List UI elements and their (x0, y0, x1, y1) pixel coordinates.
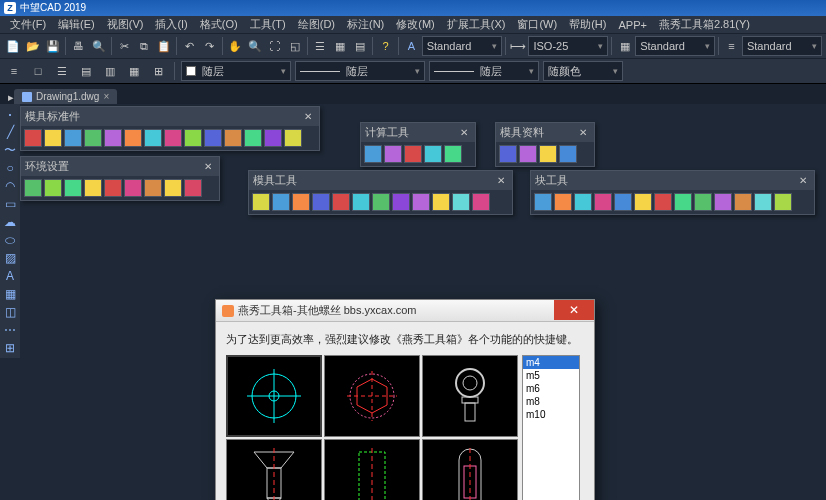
table-tool-icon[interactable]: ▦ (2, 286, 18, 302)
screw-type-4[interactable] (226, 439, 322, 500)
tool-icon[interactable] (44, 179, 62, 197)
toolbar-icon[interactable]: ▦ (124, 61, 144, 81)
tool-icon[interactable] (244, 129, 262, 147)
zoom-icon[interactable]: 🔍 (246, 36, 265, 56)
tool-icon[interactable] (124, 179, 142, 197)
line-tool-icon[interactable]: ╱ (2, 124, 18, 140)
tool-icon[interactable] (372, 193, 390, 211)
dim-style-dropdown[interactable]: ISO-25 (528, 36, 608, 56)
tool-icon[interactable] (312, 193, 330, 211)
size-option[interactable]: m5 (523, 369, 579, 382)
grid-tool-icon[interactable]: ⊞ (2, 340, 18, 356)
tool-icon[interactable] (252, 193, 270, 211)
tool-icon[interactable] (412, 193, 430, 211)
tool-icon[interactable] (534, 193, 552, 211)
tool-icon[interactable] (444, 145, 462, 163)
tool-icon[interactable] (714, 193, 732, 211)
size-option[interactable]: m4 (523, 356, 579, 369)
help-icon[interactable]: ? (376, 36, 395, 56)
menu-draw[interactable]: 绘图(D) (292, 15, 341, 34)
toolbar-icon[interactable]: ▥ (100, 61, 120, 81)
save-icon[interactable]: 💾 (44, 36, 63, 56)
screw-type-5[interactable] (324, 439, 420, 500)
menu-modify[interactable]: 修改(M) (390, 15, 441, 34)
tool-icon[interactable] (144, 129, 162, 147)
tool-icon[interactable] (574, 193, 592, 211)
toolbar-icon[interactable]: ⊞ (148, 61, 168, 81)
open-icon[interactable]: 📂 (24, 36, 43, 56)
tool-icon[interactable] (164, 179, 182, 197)
print-icon[interactable]: 🖶 (69, 36, 88, 56)
circle-tool-icon[interactable]: ○ (2, 160, 18, 176)
size-option[interactable]: m6 (523, 382, 579, 395)
tool-icon[interactable] (364, 145, 382, 163)
screw-type-6[interactable] (422, 439, 518, 500)
tool-icon[interactable] (204, 129, 222, 147)
table-style-icon[interactable]: ▦ (615, 36, 634, 56)
menu-insert[interactable]: 插入(I) (149, 15, 193, 34)
tool-icon[interactable] (594, 193, 612, 211)
paste-icon[interactable]: 📋 (154, 36, 173, 56)
tool-icon[interactable] (734, 193, 752, 211)
mline-style-icon[interactable]: ≡ (722, 36, 741, 56)
ellipse-tool-icon[interactable]: ⬭ (2, 232, 18, 248)
preview-icon[interactable]: 🔍 (89, 36, 108, 56)
pan-icon[interactable]: ✋ (226, 36, 245, 56)
design-center-icon[interactable]: ▦ (331, 36, 350, 56)
menu-view[interactable]: 视图(V) (101, 15, 150, 34)
menu-tools[interactable]: 工具(T) (244, 15, 292, 34)
tool-icon[interactable] (44, 129, 62, 147)
tool-icon[interactable] (352, 193, 370, 211)
tool-icon[interactable] (292, 193, 310, 211)
tool-icon[interactable] (124, 129, 142, 147)
tool-icon[interactable] (332, 193, 350, 211)
dim-style-icon[interactable]: ⟼ (509, 36, 528, 56)
tool-icon[interactable] (84, 129, 102, 147)
document-tab[interactable]: Drawing1.dwg × (14, 89, 117, 104)
close-icon[interactable]: ✕ (201, 160, 215, 174)
toolbar-icon[interactable]: ▤ (76, 61, 96, 81)
hatch-tool-icon[interactable]: ▨ (2, 250, 18, 266)
screw-type-3[interactable] (422, 355, 518, 437)
tool-icon[interactable] (614, 193, 632, 211)
tool-icon[interactable] (384, 145, 402, 163)
lineweight-dropdown[interactable]: 随层 (429, 61, 539, 81)
size-list[interactable]: m4 m5 m6 m8 m10 (522, 355, 580, 500)
tool-icon[interactable] (424, 145, 442, 163)
tool-icon[interactable] (634, 193, 652, 211)
tab-close-icon[interactable]: × (103, 91, 109, 102)
tool-icon[interactable] (392, 193, 410, 211)
menu-extend-tools[interactable]: 扩展工具(X) (441, 15, 512, 34)
point-tool-icon[interactable] (2, 106, 18, 122)
size-option[interactable]: m8 (523, 395, 579, 408)
toolbar-icon[interactable]: ≡ (4, 61, 24, 81)
cloud-tool-icon[interactable]: ☁ (2, 214, 18, 230)
menu-yanxiu-toolbox[interactable]: 燕秀工具箱2.81(Y) (653, 15, 756, 34)
arc-tool-icon[interactable]: ◠ (2, 178, 18, 194)
block-tool-icon[interactable]: ◫ (2, 304, 18, 320)
tool-icon[interactable] (104, 129, 122, 147)
dialog-close-icon[interactable]: ✕ (554, 300, 594, 320)
tool-icon[interactable] (24, 129, 42, 147)
zoom-win-icon[interactable]: ◱ (285, 36, 304, 56)
tool-icon[interactable] (499, 145, 517, 163)
toolbar-icon[interactable]: □ (28, 61, 48, 81)
close-icon[interactable]: ✕ (494, 174, 508, 188)
tool-icon[interactable] (64, 179, 82, 197)
color-dropdown[interactable]: 随颜色 (543, 61, 623, 81)
tool-icon[interactable] (264, 129, 282, 147)
mline-style-dropdown[interactable]: Standard (742, 36, 822, 56)
linetype-dropdown[interactable]: 随层 (295, 61, 425, 81)
tool-icon[interactable] (432, 193, 450, 211)
tool-icon[interactable] (184, 129, 202, 147)
menu-edit[interactable]: 编辑(E) (52, 15, 101, 34)
menu-app-plus[interactable]: APP+ (612, 17, 652, 33)
screw-type-2[interactable] (324, 355, 420, 437)
toolbar-icon[interactable]: ☰ (52, 61, 72, 81)
dialog-titlebar[interactable]: 燕秀工具箱-其他螺丝 bbs.yxcax.com ✕ (216, 300, 594, 322)
tool-icon[interactable] (472, 193, 490, 211)
tool-icon[interactable] (104, 179, 122, 197)
tool-icon[interactable] (539, 145, 557, 163)
tool-icon[interactable] (64, 129, 82, 147)
cut-icon[interactable]: ✂ (115, 36, 134, 56)
